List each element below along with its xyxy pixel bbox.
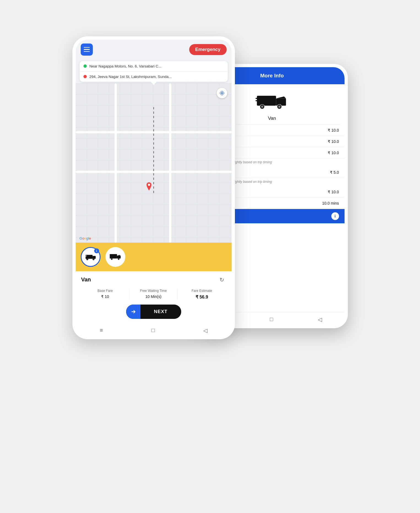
svg-point-5 <box>86 258 88 260</box>
vehicle-name-row: Van ↻ <box>81 276 226 284</box>
next-button[interactable]: NEXT <box>126 305 181 319</box>
top-bar: Emergency <box>76 40 232 59</box>
svg-marker-16 <box>276 96 286 98</box>
bottom-panel: i <box>76 243 232 323</box>
waiting-col: Free Waiting Time 10 Min(s) <box>129 289 178 300</box>
van-icon-large <box>256 91 289 113</box>
road-v1 <box>115 83 117 243</box>
info-row-2-value: ₹ 10.0 <box>328 139 339 144</box>
vehicle-name-label: Van <box>81 276 91 283</box>
svg-rect-3 <box>85 255 93 259</box>
vehicle-scroll: i <box>76 243 232 271</box>
vehicle-van[interactable]: i <box>81 247 101 267</box>
svg-point-0 <box>148 184 150 186</box>
svg-marker-11 <box>117 255 120 256</box>
sec-nav-back-icon[interactable]: ◁ <box>318 316 322 323</box>
info-row-mins-value: 10.0 mins <box>322 201 339 205</box>
origin-address-text: Near Nagappa Motors, No. 6, Varsabari C.… <box>90 64 162 68</box>
waiting-label: Free Waiting Time <box>131 289 176 293</box>
destination-pin <box>146 182 152 192</box>
address-panel: Near Nagappa Motors, No. 6, Varsabari C.… <box>80 61 228 82</box>
dest-address-row[interactable]: 294, Jeeva Nagar 1st St, Lakshmipuram, S… <box>80 72 228 82</box>
refresh-button[interactable]: ↻ <box>218 276 226 284</box>
nav-back-icon[interactable]: ◁ <box>203 327 207 334</box>
google-logo: Google <box>80 236 91 240</box>
more-info-title: More Info <box>260 73 284 78</box>
dest-dot <box>83 75 87 78</box>
base-fare-col: Base Fare ₹ 10 <box>81 289 129 300</box>
vehicle-truck[interactable] <box>105 247 125 267</box>
svg-point-20 <box>278 105 280 107</box>
callout-arrow <box>151 82 156 85</box>
next-label: NEXT <box>140 309 181 314</box>
estimate-label: Fare Estimate <box>179 289 224 293</box>
svg-rect-15 <box>276 98 286 105</box>
next-arrow <box>126 305 140 319</box>
origin-address-row[interactable]: Near Nagappa Motors, No. 6, Varsabari C.… <box>80 61 228 72</box>
vehicle-detail: Van ↻ Base Fare ₹ 10 Free Waiting Time 1… <box>76 271 232 323</box>
base-fare-value: ₹ 10 <box>83 294 128 299</box>
waiting-value: 10 Min(s) <box>131 294 176 299</box>
info-row-night-value: ₹ 5.0 <box>330 170 339 175</box>
origin-dot <box>83 64 87 68</box>
fare-grid: Base Fare ₹ 10 Free Waiting Time 10 Min(… <box>81 289 226 300</box>
emergency-button[interactable]: Emergency <box>189 44 227 55</box>
info-badge[interactable]: i <box>94 248 99 253</box>
dest-address-text: 294, Jeeva Nagar 1st St, Lakshmipuram, S… <box>90 75 172 79</box>
svg-rect-10 <box>117 256 120 258</box>
info-row-3-value: ₹ 10.0 <box>328 151 339 155</box>
main-nav-bar: ≡ □ ◁ <box>76 323 232 336</box>
info-circle-icon[interactable]: i <box>331 212 339 220</box>
svg-point-18 <box>261 105 263 107</box>
estimate-col: Fare Estimate ₹ 56.9 <box>178 289 226 300</box>
svg-point-13 <box>118 258 119 260</box>
road-v2 <box>169 83 171 243</box>
svg-point-6 <box>93 258 94 260</box>
svg-rect-9 <box>110 254 117 258</box>
svg-rect-14 <box>257 96 276 105</box>
info-row-1-value: ₹ 10.0 <box>328 128 339 132</box>
nav-home-icon[interactable]: □ <box>151 327 155 333</box>
svg-point-2 <box>220 91 224 95</box>
sec-nav-home-icon[interactable]: □ <box>270 316 273 322</box>
menu-button[interactable] <box>81 44 93 56</box>
estimate-value: ₹ 56.9 <box>179 294 224 300</box>
base-fare-label: Base Fare <box>83 289 128 293</box>
route-dashed-line <box>153 107 154 195</box>
nav-menu-icon[interactable]: ≡ <box>100 327 103 333</box>
svg-point-12 <box>111 258 112 260</box>
phone-main: Emergency Near Nagappa Motors, No. 6, Va… <box>72 36 235 339</box>
location-button[interactable] <box>217 88 227 98</box>
svg-point-1 <box>221 92 223 94</box>
map-area[interactable]: Google <box>76 83 232 243</box>
info-row-time-cost-value: ₹ 10.0 <box>328 190 339 194</box>
